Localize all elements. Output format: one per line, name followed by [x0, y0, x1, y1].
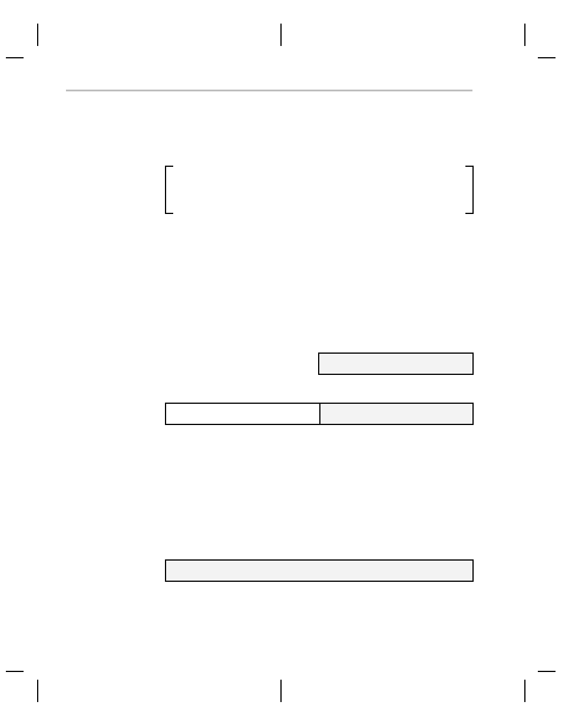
crop-mark — [6, 671, 24, 672]
crop-mark — [538, 57, 556, 58]
header-rule — [66, 90, 472, 91]
crop-mark — [524, 680, 525, 702]
crop-mark — [538, 671, 556, 672]
full-shaded-field — [165, 559, 474, 582]
callout-box — [165, 166, 474, 214]
shaded-field — [318, 353, 474, 375]
crop-mark — [524, 24, 525, 46]
crop-mark — [37, 24, 38, 46]
crop-mark — [6, 57, 24, 58]
crop-mark — [280, 24, 282, 46]
crop-mark — [37, 680, 38, 702]
crop-mark — [280, 680, 282, 702]
row-cell-right — [320, 404, 472, 424]
row-cell-left — [166, 404, 320, 424]
two-cell-row — [165, 403, 474, 425]
